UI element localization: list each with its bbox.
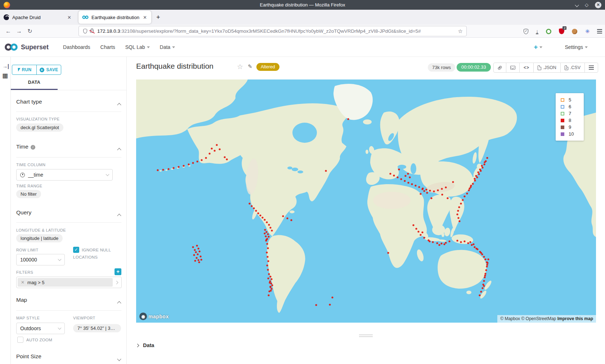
forward-button[interactable]: →: [14, 28, 24, 35]
nav-item-sql-lab[interactable]: SQL Lab: [125, 44, 150, 50]
earthquake-dot: [224, 156, 225, 158]
section-point-size[interactable]: Point Size: [16, 353, 41, 360]
tab-earthquake-distribution[interactable]: Earthquake distribution ✕: [79, 11, 151, 24]
map-canvas[interactable]: 5678910 ◉ mapbox © Mapbox © OpenStreetMa…: [136, 79, 596, 323]
earthquake-dot: [172, 167, 174, 169]
ublock-shield-icon[interactable]: 2: [559, 28, 564, 34]
chevron-right-icon[interactable]: [115, 281, 118, 284]
tab-close-icon[interactable]: ✕: [142, 15, 148, 20]
chevron-up-icon[interactable]: [118, 101, 121, 108]
new-tab-button[interactable]: +: [156, 14, 160, 21]
section-map[interactable]: Map: [16, 297, 27, 303]
permissions-shield-icon[interactable]: [524, 29, 528, 34]
section-query[interactable]: Query: [16, 209, 31, 216]
earthquake-dot: [460, 203, 462, 204]
earthquake-dot: [264, 219, 265, 220]
earthquake-dot: [251, 205, 252, 207]
insecure-lock-icon[interactable]: [90, 30, 94, 33]
mapbox-logo[interactable]: ◉ mapbox: [139, 313, 169, 320]
run-button[interactable]: RUN: [12, 65, 36, 74]
altered-badge[interactable]: Altered: [256, 63, 279, 71]
earthquake-dot: [479, 294, 480, 296]
chart-title: Earthquake distribution: [136, 62, 214, 70]
earthquake-dot: [209, 153, 210, 154]
chevron-up-icon[interactable]: [118, 300, 121, 306]
time-column-label: TIME COLUMN: [16, 163, 45, 167]
lonlat-value[interactable]: longitude | latitude: [16, 234, 63, 242]
nav-item-dashboards[interactable]: Dashboards: [63, 44, 90, 50]
reload-button[interactable]: ↻: [24, 28, 35, 35]
edit-title-icon[interactable]: ✎: [248, 63, 252, 70]
panel-resize-handle[interactable]: [359, 335, 373, 338]
tab-apache-druid[interactable]: Apache Druid ✕: [0, 11, 76, 24]
close-icon[interactable]: ✕: [595, 2, 601, 8]
time-column-select[interactable]: __time: [16, 169, 113, 181]
earthquake-dot: [265, 235, 266, 237]
ignore-null-checkbox[interactable]: ✓: [73, 247, 79, 253]
earthquake-dot: [484, 274, 486, 276]
filter-box[interactable]: ✕ mag > 5: [16, 277, 122, 288]
viewport-value[interactable]: 7° 35' 54.02" | 31...: [73, 324, 121, 332]
earthquake-dot: [409, 176, 411, 178]
brand-name[interactable]: Superset: [21, 44, 49, 51]
favorite-star-icon[interactable]: ☆: [237, 63, 243, 71]
add-new-button[interactable]: +: [534, 43, 542, 51]
chevron-up-icon[interactable]: [118, 212, 121, 219]
tab-close-icon[interactable]: ✕: [67, 15, 72, 20]
chevron-down-icon[interactable]: [118, 355, 121, 362]
earthquake-dot: [441, 194, 443, 195]
downloads-icon[interactable]: ↓: [536, 29, 539, 34]
nav-item-data[interactable]: Data: [160, 44, 175, 50]
chevron-up-icon[interactable]: [118, 146, 121, 153]
filter-chip[interactable]: ✕ mag > 5: [18, 278, 113, 287]
add-filter-button[interactable]: +: [115, 268, 121, 275]
back-button[interactable]: ←: [3, 28, 14, 35]
legend-label: 7: [569, 111, 571, 116]
embed-code-button[interactable]: [519, 63, 533, 72]
tab-data[interactable]: DATA: [11, 80, 58, 85]
superset-favicon-icon: [82, 15, 89, 19]
auto-zoom-checkbox[interactable]: [17, 337, 23, 343]
email-button[interactable]: [506, 63, 519, 72]
earthquake-dot: [270, 288, 272, 290]
menu-icon[interactable]: [597, 29, 602, 33]
data-panel-toggle[interactable]: Data: [136, 342, 154, 348]
more-options-button[interactable]: [584, 63, 598, 72]
export-csv-button[interactable]: .CSV: [560, 63, 584, 72]
earthquake-dot: [265, 238, 267, 240]
earthquake-dot: [487, 258, 489, 260]
settings-menu[interactable]: Settings: [565, 44, 588, 50]
cookie-extension-icon[interactable]: [572, 29, 577, 34]
earthquake-dot: [483, 285, 485, 287]
dataset-grid-icon[interactable]: ▦: [2, 72, 8, 79]
earthquake-dot: [197, 259, 199, 261]
collapse-panel-icon[interactable]: →|: [3, 63, 9, 69]
bookmark-star-icon[interactable]: ☆: [458, 28, 463, 35]
superset-logo-icon[interactable]: [4, 43, 18, 51]
earthquake-dot: [286, 217, 288, 219]
export-json-button[interactable]: .JSON: [533, 63, 560, 72]
time-range-value[interactable]: No filter: [16, 190, 41, 198]
minimize-icon[interactable]: [575, 3, 579, 7]
row-limit-select[interactable]: 100000: [16, 254, 65, 265]
maximize-icon[interactable]: ◇: [585, 3, 588, 7]
row-count-badge: 73k rows: [428, 63, 455, 72]
earthquake-dot: [201, 159, 202, 161]
tracking-shield-icon[interactable]: [83, 29, 87, 33]
extension-green-icon[interactable]: [546, 29, 551, 34]
earthquake-dot: [282, 215, 284, 217]
nav-item-charts[interactable]: Charts: [100, 44, 115, 50]
save-button[interactable]: + SAVE: [36, 65, 61, 74]
section-chart-type[interactable]: Chart type: [16, 99, 42, 105]
firefox-icon: [4, 2, 10, 8]
copy-link-button[interactable]: [494, 63, 506, 72]
viz-type-value[interactable]: deck.gl Scatterplot: [16, 123, 63, 132]
url-bar[interactable]: 172.18.0.3 :32108/superset/explore/?form…: [79, 26, 467, 36]
map-style-label: MAP STYLE: [16, 316, 40, 320]
earthquake-dot: [268, 273, 270, 275]
remove-filter-icon[interactable]: ✕: [21, 280, 24, 285]
map-style-select[interactable]: Outdoors: [16, 323, 65, 334]
improve-map-link[interactable]: Improve this map: [557, 316, 593, 321]
extension-asterisk-icon[interactable]: ✳: [585, 28, 590, 35]
section-time[interactable]: Timei: [16, 144, 35, 150]
